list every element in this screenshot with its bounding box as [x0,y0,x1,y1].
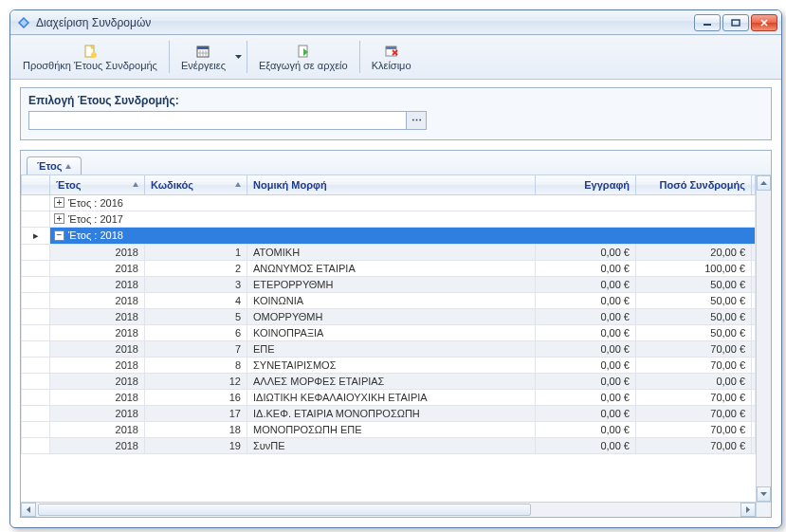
scroll-left-button[interactable] [21,503,36,517]
cell-legal-form[interactable]: ΑΝΩΝΥΜΟΣ ΕΤΑΙΡΙΑ [247,260,536,276]
cell-enrollment[interactable]: 0,00 € [536,373,636,389]
cell-legal-form[interactable]: ΑΤΟΜΙΚΗ [247,244,536,260]
cell-code[interactable]: 17 [145,405,247,421]
table-row[interactable]: 20187ΕΠΕ0,00 €70,00 € [22,340,756,357]
cell-enrollment[interactable]: 0,00 € [536,308,636,324]
cell-year[interactable]: 2018 [50,276,145,292]
cell-enrollment[interactable]: 0,00 € [536,405,636,421]
cell-code[interactable]: 12 [145,373,247,389]
cell-code[interactable]: 16 [145,389,247,405]
cell-fee[interactable]: 50,00 € [636,292,752,308]
cell-fee[interactable]: 70,00 € [636,357,752,373]
column-header-enrollment[interactable]: Εγγραφή [536,175,636,194]
column-header-year[interactable]: Έτος [50,175,145,194]
column-header-code[interactable]: Κωδικός [145,175,247,194]
cell-fee[interactable]: 50,00 € [636,324,752,340]
close-window-button[interactable] [751,14,777,31]
cell-fee[interactable]: 20,00 € [636,244,752,260]
cell-year[interactable]: 2018 [50,405,145,421]
cell-fee[interactable]: 70,00 € [636,421,752,437]
cell-extra[interactable] [752,276,756,292]
cell-enrollment[interactable]: 0,00 € [536,244,636,260]
cell-extra[interactable] [752,340,756,357]
cell-year[interactable]: 2018 [50,340,145,357]
cell-extra[interactable] [752,292,756,308]
cell-extra[interactable] [752,308,756,324]
cell-code[interactable]: 19 [145,437,247,453]
group-row[interactable]: ▸−Έτος : 2018 [22,227,756,244]
cell-code[interactable]: 3 [145,276,247,292]
cell-fee[interactable]: 70,00 € [636,389,752,405]
collapse-icon[interactable]: − [54,230,64,241]
actions-button[interactable]: Ενέργειες [173,37,234,77]
cell-enrollment[interactable]: 0,00 € [536,389,636,405]
cell-fee[interactable]: 0,00 € [636,373,752,389]
cell-extra[interactable] [752,437,756,453]
expand-icon[interactable]: + [54,197,64,208]
cell-code[interactable]: 18 [145,421,247,437]
column-header-legal-form[interactable]: Νομική Μορφή [247,175,536,194]
table-row[interactable]: 20186ΚΟΙΝΟΠΡΑΞΙΑ0,00 €50,00 € [22,324,756,340]
cell-enrollment[interactable]: 0,00 € [536,421,636,437]
cell-year[interactable]: 2018 [50,357,145,373]
scroll-down-button[interactable] [757,486,771,502]
cell-enrollment[interactable]: 0,00 € [536,340,636,357]
expand-icon[interactable]: + [54,213,64,224]
cell-enrollment[interactable]: 0,00 € [536,292,636,308]
table-row[interactable]: 201816ΙΔΙΩΤΙΚΗ ΚΕΦΑΛΑΙΟΥΧΙΚΗ ΕΤΑΙΡΙΑ0,00… [22,389,756,405]
cell-enrollment[interactable]: 0,00 € [536,324,636,340]
cell-year[interactable]: 2018 [50,421,145,437]
cell-legal-form[interactable]: ΕΠΕ [247,340,536,357]
table-row[interactable]: 201819ΣυνΠΕ0,00 €70,00 € [22,437,756,453]
scroll-track[interactable] [36,503,740,517]
cell-extra[interactable] [752,389,756,405]
titlebar[interactable]: Διαχείριση Συνδρομών [10,10,781,35]
cell-year[interactable]: 2018 [50,308,145,324]
cell-fee[interactable]: 70,00 € [636,437,752,453]
table-row[interactable]: 20183ΕΤΕΡΟΡΡΥΘΜΗ0,00 €50,00 € [22,276,756,292]
table-row[interactable]: 20181ΑΤΟΜΙΚΗ0,00 €20,00 € [22,244,756,260]
table-row[interactable]: 20188ΣΥΝΕΤΑΙΡΙΣΜΟΣ0,00 €70,00 € [22,357,756,373]
cell-fee[interactable]: 70,00 € [636,405,752,421]
export-file-button[interactable]: Εξαγωγή σε αρχείο [250,37,356,77]
cell-year[interactable]: 2018 [50,260,145,276]
cell-legal-form[interactable]: ΑΛΛΕΣ ΜΟΡΦΕΣ ΕΤΑΙΡΙΑΣ [247,373,536,389]
cell-code[interactable]: 7 [145,340,247,357]
horizontal-scrollbar[interactable] [21,502,756,517]
scroll-track[interactable] [757,191,771,486]
cell-year[interactable]: 2018 [50,244,145,260]
maximize-button[interactable] [722,14,749,31]
cell-legal-form[interactable]: ΟΜΟΡΡΥΘΜΗ [247,308,536,324]
cell-legal-form[interactable]: ΜΟΝΟΠΡΟΣΩΠΗ ΕΠΕ [247,421,536,437]
table-row[interactable]: 20185ΟΜΟΡΡΥΘΜΗ0,00 €50,00 € [22,308,756,324]
vertical-scrollbar[interactable] [756,175,771,502]
cell-legal-form[interactable]: ΣυνΠΕ [247,437,536,453]
cell-extra[interactable] [752,373,756,389]
group-row[interactable]: +Έτος : 2017 [22,211,756,227]
cell-fee[interactable]: 50,00 € [636,308,752,324]
group-row[interactable]: +Έτος : 2016 [22,194,756,211]
cell-code[interactable]: 6 [145,324,247,340]
scroll-up-button[interactable] [757,175,771,191]
cell-code[interactable]: 1 [145,244,247,260]
toolbar-close-button[interactable]: Κλείσιμο [363,37,420,77]
column-header-partial[interactable]: Π [752,175,756,194]
cell-legal-form[interactable]: ΙΔ.ΚΕΦ. ΕΤΑΙΡΙΑ ΜΟΝΟΠΡΟΣΩΠΗ [247,405,536,421]
cell-year[interactable]: 2018 [50,373,145,389]
cell-enrollment[interactable]: 0,00 € [536,357,636,373]
minimize-button[interactable] [694,14,721,31]
cell-legal-form[interactable]: ΣΥΝΕΤΑΙΡΙΣΜΟΣ [247,357,536,373]
cell-year[interactable]: 2018 [50,292,145,308]
column-header-fee[interactable]: Ποσό Συνδρομής [636,175,752,194]
cell-code[interactable]: 4 [145,292,247,308]
cell-extra[interactable] [752,260,756,276]
cell-fee[interactable]: 50,00 € [636,276,752,292]
cell-fee[interactable]: 100,00 € [636,260,752,276]
group-by-chip-year[interactable]: Έτος [27,156,82,174]
cell-fee[interactable]: 70,00 € [636,340,752,357]
cell-year[interactable]: 2018 [50,324,145,340]
cell-legal-form[interactable]: ΚΟΙΝΩΝΙΑ [247,292,536,308]
cell-code[interactable]: 8 [145,357,247,373]
cell-extra[interactable] [752,421,756,437]
group-by-panel[interactable]: Έτος [21,151,771,175]
